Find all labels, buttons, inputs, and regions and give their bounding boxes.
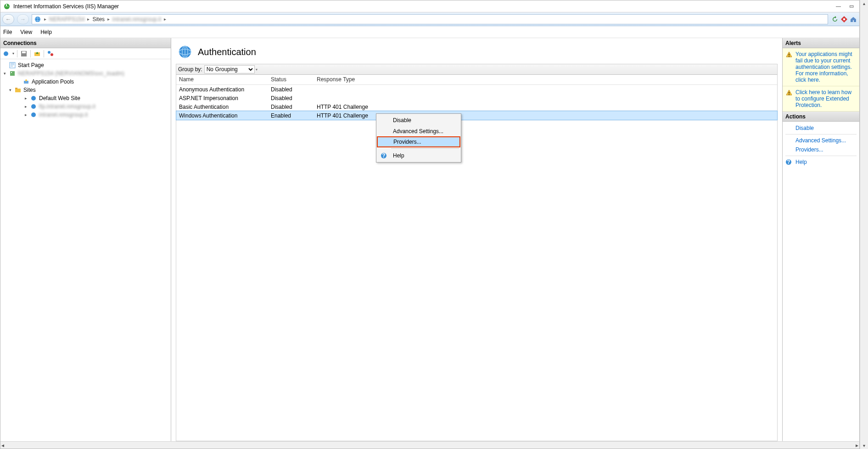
tree-default-site[interactable]: ▸ Default Web Site (1, 94, 170, 102)
svg-rect-31 (789, 56, 790, 57)
column-response-type[interactable]: Response Type (314, 75, 777, 84)
svg-point-23 (31, 112, 36, 117)
menu-help[interactable]: Help (40, 29, 52, 35)
warning-icon (785, 51, 793, 83)
forward-button[interactable]: → (17, 14, 29, 24)
outer-vertical-scrollbar[interactable]: ▴ ▾ (860, 0, 868, 449)
folder-icon (14, 86, 22, 94)
up-level-icon[interactable] (34, 50, 41, 57)
page-title: Authentication (198, 47, 256, 57)
tree-start-page[interactable]: Start Page (1, 61, 170, 69)
refresh-icon[interactable] (831, 15, 839, 23)
connections-panel: Connections ▾ Start Page (0, 38, 171, 441)
action-help[interactable]: ? Help (783, 157, 859, 167)
auth-row-selected[interactable]: Windows Authentication Enabled HTTP 401 … (176, 111, 777, 120)
globe-icon (34, 16, 41, 23)
warning-icon (785, 89, 793, 108)
svg-point-12 (48, 51, 50, 54)
svg-rect-30 (789, 54, 790, 56)
svg-rect-32 (789, 92, 790, 94)
alerts-header: Alerts (783, 38, 859, 48)
context-disable[interactable]: Disable (377, 115, 460, 126)
minimize-button[interactable]: — (836, 3, 841, 9)
breadcrumb-server[interactable]: NERAPPS154 (49, 16, 84, 22)
svg-rect-20 (15, 88, 17, 89)
actions-separator (785, 134, 857, 135)
auth-row[interactable]: Anonymous Authentication Disabled (176, 85, 777, 94)
connections-toolbar: ▾ (0, 48, 171, 59)
scroll-up-icon[interactable]: ▴ (863, 0, 865, 7)
content-area: Authentication Group by: No Grouping ▾ N… (171, 38, 782, 441)
menu-bar: File View Help (0, 26, 859, 38)
action-providers[interactable]: Providers... (783, 145, 859, 154)
auth-row[interactable]: Basic Authentication Disabled HTTP 401 C… (176, 102, 777, 111)
save-icon[interactable] (20, 50, 28, 57)
svg-point-8 (4, 51, 8, 56)
alert-link[interactable]: Your applications might fail due to your… (795, 51, 857, 83)
dropdown-icon[interactable]: ▾ (12, 51, 14, 56)
group-by-label: Group by: (178, 66, 202, 73)
svg-point-22 (31, 104, 36, 109)
menu-view[interactable]: View (20, 29, 32, 35)
sites-icon[interactable] (47, 50, 54, 57)
column-status[interactable]: Status (268, 75, 314, 84)
context-advanced-settings[interactable]: Advanced Settings... (377, 126, 460, 137)
scroll-down-icon[interactable]: ▾ (863, 442, 865, 449)
svg-rect-33 (789, 94, 790, 95)
globe-icon (30, 111, 37, 118)
stop-icon[interactable] (840, 15, 848, 23)
column-name[interactable]: Name (176, 75, 268, 84)
back-button[interactable]: ← (2, 14, 14, 24)
svg-rect-19 (15, 89, 21, 92)
window-title: Internet Information Services (IIS) Mana… (13, 3, 119, 10)
grid-body: Anonymous Authentication Disabled ASP.NE… (176, 85, 777, 120)
svg-point-18 (25, 79, 27, 81)
context-providers[interactable]: Providers... (377, 136, 460, 147)
titlebar: Internet Information Services (IIS) Mana… (0, 0, 859, 12)
tree-site-2[interactable]: ▸ intranet.nmsgroup.it (1, 111, 170, 119)
svg-rect-2 (5, 6, 9, 7)
actions-separator (785, 156, 857, 156)
tree-server[interactable]: ▾ NERAPPS154 (NERVIANOMS\svc_iisadm) (1, 69, 170, 78)
svg-rect-10 (22, 51, 26, 53)
connections-tree: Start Page ▾ NERAPPS154 (NERVIANOMS\svc_… (0, 59, 171, 441)
help-icon: ? (380, 152, 387, 159)
alert-link[interactable]: Click here to learn how to configure Ext… (795, 89, 857, 108)
right-panel: Alerts Your applications might fail due … (782, 38, 859, 441)
svg-text:?: ? (382, 152, 385, 159)
context-help[interactable]: ? Help (377, 150, 460, 161)
actions-header: Actions (783, 112, 859, 122)
home-icon[interactable] (849, 15, 857, 23)
tree-site-1[interactable]: ▸ ftp.intranet.nmsgroup.it (1, 102, 170, 111)
connect-icon[interactable] (2, 50, 10, 57)
tree-app-pools[interactable]: Application Pools (1, 78, 170, 86)
svg-point-21 (31, 96, 36, 101)
svg-rect-16 (11, 72, 12, 73)
context-separator (391, 148, 459, 149)
action-disable[interactable]: Disable (783, 123, 859, 133)
grid-header: Name Status Response Type (176, 75, 777, 85)
server-icon (9, 70, 16, 77)
breadcrumb-sites[interactable]: Sites (92, 16, 105, 22)
tree-sites[interactable]: ▾ Sites (1, 86, 170, 94)
globe-icon (30, 95, 37, 102)
maximize-button[interactable]: ▭ (849, 3, 854, 9)
menu-file[interactable]: File (3, 29, 12, 35)
svg-text:?: ? (787, 159, 790, 165)
breadcrumb[interactable]: ▸ NERAPPS154 ▸ Sites ▸ intranet.nmsgroup… (32, 14, 828, 24)
breadcrumb-site[interactable]: intranet.nmsgroup.it (112, 16, 161, 22)
group-by-bar: Group by: No Grouping ▾ (176, 64, 778, 75)
action-advanced-settings[interactable]: Advanced Settings... (783, 136, 859, 145)
alert-item[interactable]: Click here to learn how to configure Ext… (783, 86, 859, 112)
group-by-select[interactable]: No Grouping (204, 65, 255, 73)
iis-manager-icon (3, 3, 11, 10)
horizontal-scrollbar[interactable]: ◂▸ (0, 441, 859, 449)
help-icon: ? (785, 159, 793, 166)
svg-point-13 (50, 53, 53, 56)
alert-item[interactable]: Your applications might fail due to your… (783, 48, 859, 86)
navigation-bar: ← → ▸ NERAPPS154 ▸ Sites ▸ intranet.nmsg… (0, 12, 859, 26)
context-menu: Disable Advanced Settings... Providers..… (376, 113, 461, 163)
svg-rect-15 (10, 71, 15, 76)
authentication-icon (178, 45, 192, 59)
auth-row[interactable]: ASP.NET Impersonation Disabled (176, 94, 777, 102)
